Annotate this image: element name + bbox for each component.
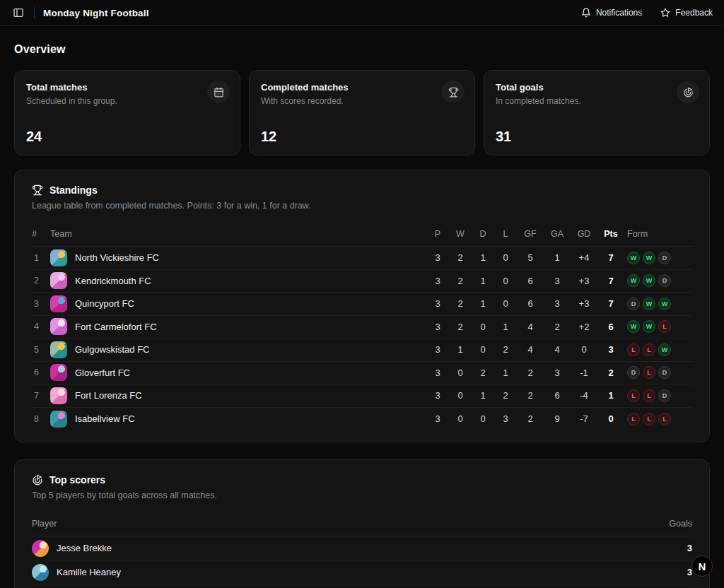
stat-card-completed-matches: Completed matches With scores recorded. …	[249, 70, 475, 155]
app-title: Monday Night Football	[43, 8, 149, 18]
standings-table-row: 1 North Vickieshire FC 3 2 1 0 5 1 +4 7 …	[32, 247, 692, 270]
played-cell: 3	[426, 252, 449, 263]
form-badge-w: W	[643, 274, 655, 287]
goal-diff-cell: +3	[571, 298, 597, 309]
form-badge-d: D	[658, 274, 671, 287]
form-badge-w: W	[643, 252, 655, 264]
team-avatar	[50, 249, 67, 266]
form-badges: LLW	[624, 343, 692, 356]
form-badges: LLD	[624, 389, 692, 402]
form-badge-l: L	[627, 343, 640, 356]
losses-cell: 2	[494, 390, 517, 401]
form-badges: WWL	[624, 320, 692, 333]
col-goals-for: GF	[517, 229, 544, 239]
scorers-body: Jesse Brekke 3 Kamille Heaney 3	[32, 536, 692, 584]
goals-for-cell: 5	[517, 252, 544, 263]
team-name: Fort Lorenza FC	[75, 390, 142, 401]
draws-cell: 1	[472, 390, 494, 401]
standings-panel: Standings League table from completed ma…	[14, 170, 710, 442]
standings-subtitle: League table from completed matches. Poi…	[32, 201, 692, 211]
form-badge-w: W	[627, 320, 640, 333]
goals-for-cell: 2	[517, 413, 544, 424]
wins-cell: 2	[449, 276, 472, 286]
goals-against-cell: 3	[544, 368, 571, 378]
points-cell: 3	[597, 344, 624, 355]
team-rank: 3	[32, 299, 50, 309]
goals-against-cell: 1	[544, 252, 571, 263]
col-points: Pts	[597, 229, 624, 239]
col-goals-against: GA	[544, 229, 571, 239]
played-cell: 3	[426, 368, 449, 378]
goals-cell: 3	[687, 543, 692, 553]
goals-against-cell: 3	[544, 298, 571, 309]
calendar-icon	[207, 81, 230, 103]
goal-diff-cell: -1	[571, 368, 597, 378]
form-badge-l: L	[627, 389, 640, 402]
notifications-button[interactable]: Notifications	[581, 8, 642, 18]
team-avatar	[50, 387, 67, 404]
sidebar-toggle-button[interactable]	[11, 6, 25, 20]
goals-for-cell: 2	[517, 390, 544, 401]
col-form: Form	[624, 229, 692, 239]
wins-cell: 0	[449, 390, 472, 401]
feedback-button[interactable]: Feedback	[660, 8, 713, 18]
col-wins: W	[449, 229, 472, 239]
scorers-header-row: Player Goals	[32, 514, 692, 536]
top-bar: Monday Night Football Notifications Feed…	[0, 0, 724, 26]
team-avatar	[50, 272, 67, 289]
goal-diff-cell: -4	[571, 390, 597, 401]
nextjs-dev-badge[interactable]: N	[691, 555, 713, 577]
player-name: Jesse Brekke	[57, 543, 112, 553]
points-cell: 0	[597, 413, 624, 424]
team-rank: 1	[32, 253, 50, 263]
team-rank: 5	[32, 345, 50, 355]
played-cell: 3	[426, 390, 449, 401]
losses-cell: 1	[494, 322, 517, 332]
team-avatar	[50, 341, 67, 358]
draws-cell: 1	[472, 276, 494, 286]
stat-card-value: 24	[26, 129, 42, 145]
form-badge-w: W	[643, 320, 655, 333]
col-goal-diff: GD	[571, 229, 597, 239]
goal-diff-cell: +3	[571, 276, 597, 286]
page-title: Overview	[14, 43, 710, 56]
goals-for-cell: 6	[517, 298, 544, 309]
top-scorers-subtitle: Top 5 players by total goals across all …	[32, 490, 692, 500]
goals-against-cell: 6	[544, 390, 571, 401]
form-badge-d: D	[627, 366, 640, 379]
wins-cell: 2	[449, 252, 472, 263]
stat-card-value: 31	[496, 129, 511, 145]
top-scorers-title: Top scorers	[49, 474, 105, 486]
played-cell: 3	[426, 298, 449, 309]
goals-for-cell: 2	[517, 368, 544, 378]
team-rank: 8	[32, 414, 50, 424]
form-badges: LLL	[624, 413, 692, 425]
scorer-table-row: Kamille Heaney 3	[32, 560, 692, 584]
col-draws: D	[472, 229, 494, 239]
team-name: North Vickieshire FC	[75, 252, 159, 263]
stat-cards-row: Total matches Scheduled in this group. 2…	[14, 70, 710, 155]
standings-table-row: 6 Gloverfurt FC 3 0 2 1 2 3 -1 2 DLD	[32, 362, 692, 385]
team-name: Fort Carmelofort FC	[75, 322, 157, 332]
col-player: Player	[32, 519, 57, 529]
form-badge-l: L	[643, 343, 655, 356]
team-name: Quincyport FC	[75, 298, 134, 309]
player-avatar	[32, 540, 49, 557]
player-name: Kamille Heaney	[57, 567, 121, 577]
player-avatar	[32, 564, 49, 581]
points-cell: 7	[597, 276, 624, 286]
standings-table-row: 8 Isabellview FC 3 0 0 3 2 9 -7 0 LLL	[32, 408, 692, 431]
losses-cell: 2	[494, 344, 517, 355]
wins-cell: 2	[449, 298, 472, 309]
points-cell: 7	[597, 252, 624, 263]
draws-cell: 0	[472, 322, 494, 332]
goal-icon	[677, 81, 699, 103]
col-goals: Goals	[669, 519, 692, 529]
form-badges: WWD	[624, 252, 692, 264]
scorer-table-row: Jesse Brekke 3	[32, 536, 692, 560]
form-badge-l: L	[643, 389, 655, 402]
stat-card-title: Total matches	[26, 82, 228, 93]
main-content: Overview Total matches Scheduled in this…	[0, 26, 724, 588]
points-cell: 1	[597, 390, 624, 401]
team-avatar	[50, 295, 67, 312]
